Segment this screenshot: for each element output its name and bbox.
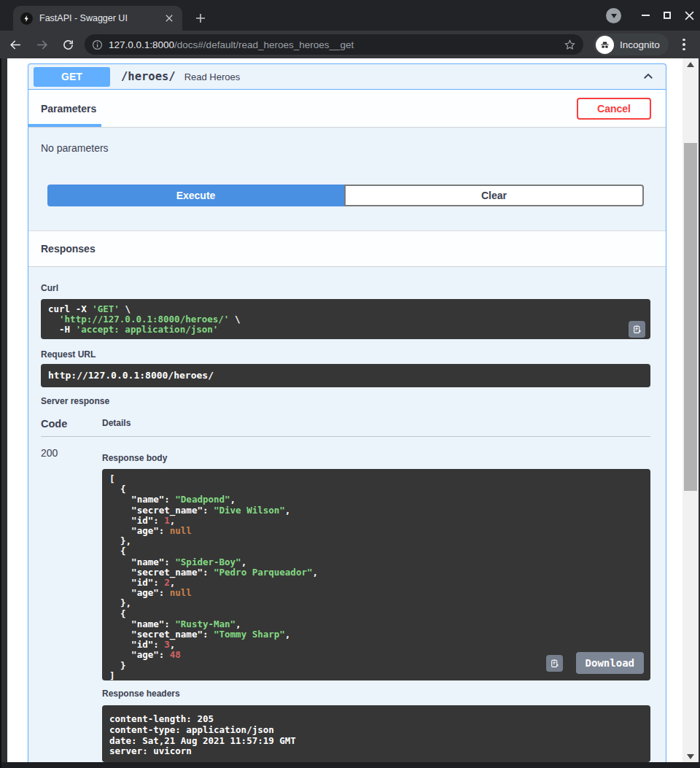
scrollbar[interactable]: [682, 58, 699, 762]
curl-code: curl -X 'GET' \ 'http://127.0.0.1:8000/h…: [48, 304, 643, 335]
cancel-button[interactable]: Cancel: [577, 98, 651, 120]
tab-search-button[interactable]: [606, 8, 621, 23]
curl-code-block: curl -X 'GET' \ 'http://127.0.0.1:8000/h…: [41, 299, 650, 339]
method-badge: GET: [34, 67, 110, 87]
clipboard-icon: [550, 659, 559, 668]
request-url-label: Request URL: [41, 349, 650, 360]
active-tab-underline: [28, 124, 101, 127]
endpoint-path: /heroes/: [121, 70, 176, 83]
incognito-icon: [596, 36, 614, 54]
minimize-button[interactable]: [634, 4, 656, 26]
response-body-code: [ { "name": "Deadpond", "secret_name": "…: [109, 474, 643, 681]
maximize-icon: [664, 12, 671, 19]
code-column-header: Code: [41, 418, 102, 430]
browser-tab[interactable]: FastAPI - Swagger UI: [13, 6, 182, 31]
execute-wrapper: Execute Clear: [47, 185, 644, 206]
window-bottom-frame: [1, 762, 700, 768]
forward-button[interactable]: [31, 34, 52, 55]
response-body-label: Response body: [102, 453, 650, 463]
scroll-down-arrow[interactable]: [682, 750, 699, 762]
copy-curl-button[interactable]: [629, 321, 645, 338]
url-text: 127.0.0.1:8000/docs#/default/read_heroes…: [109, 39, 564, 50]
back-button[interactable]: [4, 34, 26, 55]
request-url-block: http://127.0.0.1:8000/heroes/: [41, 364, 650, 387]
response-body-actions: Download: [546, 652, 644, 674]
opblock-summary[interactable]: GET /heroes/ Read Heroes: [28, 64, 666, 90]
swagger-page: GET /heroes/ Read Heroes Parameters Canc…: [7, 58, 684, 762]
copy-response-button[interactable]: [546, 655, 563, 672]
site-info-icon[interactable]: [92, 39, 103, 50]
server-response-label: Server response: [41, 396, 650, 406]
responses-title: Responses: [41, 243, 653, 255]
clipboard-icon: [632, 325, 642, 334]
response-headers-label: Response headers: [102, 689, 650, 699]
bookmark-star-icon[interactable]: [564, 39, 576, 51]
clear-button[interactable]: Clear: [344, 185, 644, 206]
url-path: /docs#/default/read_heroes_heroes__get: [174, 39, 354, 50]
window-controls: [606, 0, 700, 31]
tab-close-icon[interactable]: [163, 12, 175, 24]
response-table-header: Code Details: [41, 418, 650, 437]
incognito-label: Incognito: [620, 39, 660, 50]
response-headers-block: content-length: 205content-type: applica…: [102, 705, 650, 762]
details-column-header: Details: [102, 418, 131, 430]
tab-bar: FastAPI - Swagger UI: [0, 0, 700, 31]
parameters-body: No parameters Execute Clear: [28, 128, 666, 230]
reload-icon: [62, 39, 74, 51]
browser-window: FastAPI - Swagger UI 1: [0, 0, 700, 768]
address-bar[interactable]: 127.0.0.1:8000/docs#/default/read_heroes…: [85, 34, 583, 55]
request-url-value: http://127.0.0.1:8000/heroes/: [48, 370, 214, 381]
opblock-get-heroes: GET /heroes/ Read Heroes Parameters Canc…: [28, 63, 666, 762]
response-headers-code: content-length: 205content-type: applica…: [109, 714, 643, 757]
maximize-button[interactable]: [656, 4, 678, 26]
response-body-block: [ { "name": "Deadpond", "secret_name": "…: [102, 469, 650, 680]
close-button[interactable]: [678, 4, 700, 26]
no-parameters-text: No parameters: [28, 128, 666, 154]
collapse-chevron-icon[interactable]: [639, 68, 657, 85]
execute-button[interactable]: Execute: [47, 185, 344, 206]
new-tab-button[interactable]: [192, 10, 209, 26]
response-table-row: 200 Response body [ { "name": "Deadpond"…: [41, 437, 650, 762]
scrollbar-thumb[interactable]: [684, 143, 697, 491]
status-code: 200: [41, 437, 102, 762]
back-arrow-icon: [9, 38, 23, 52]
parameters-title: Parameters: [41, 103, 577, 115]
curl-label: Curl: [41, 283, 650, 293]
parameters-header: Parameters Cancel: [28, 90, 666, 128]
browser-toolbar: 127.0.0.1:8000/docs#/default/read_heroes…: [0, 31, 700, 58]
download-button[interactable]: Download: [576, 652, 644, 674]
incognito-badge: Incognito: [594, 34, 669, 55]
responses-header: Responses: [28, 230, 666, 267]
forward-arrow-icon: [35, 38, 49, 52]
caret-down-icon: [611, 14, 617, 18]
tab-title: FastAPI - Swagger UI: [39, 13, 163, 23]
url-host: 127.0.0.1:8000: [109, 39, 174, 50]
browser-menu-button[interactable]: [674, 39, 693, 51]
scroll-up-arrow[interactable]: [682, 58, 699, 70]
reload-button[interactable]: [57, 34, 79, 55]
fastapi-favicon-icon: [20, 12, 33, 25]
minimize-icon: [642, 15, 650, 16]
page-background: GET /heroes/ Read Heroes Parameters Canc…: [0, 58, 700, 768]
endpoint-summary: Read Heroes: [184, 71, 639, 82]
responses-body: Curl curl -X 'GET' \ 'http://127.0.0.1:8…: [28, 267, 666, 762]
close-icon: [685, 11, 694, 20]
